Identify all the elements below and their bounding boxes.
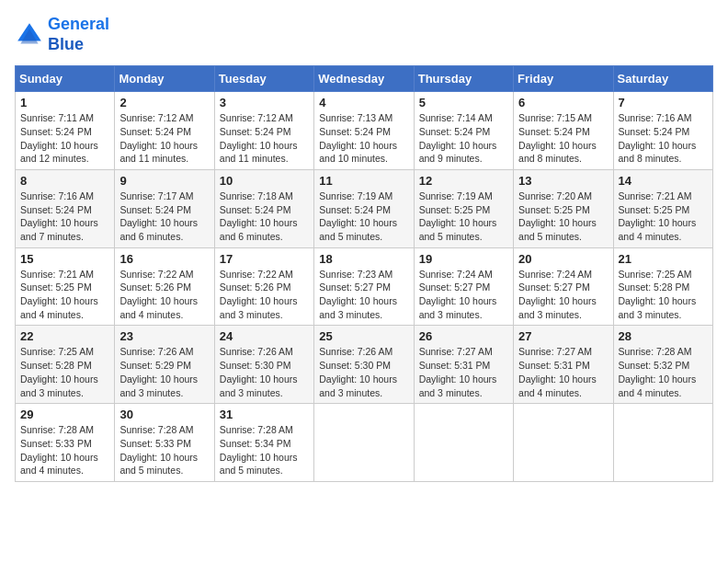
calendar-cell: 18 Sunrise: 7:23 AMSunset: 5:27 PMDaylig…: [314, 247, 414, 326]
logo-icon: [15, 20, 44, 50]
calendar-cell: 5 Sunrise: 7:14 AMSunset: 5:24 PMDayligh…: [414, 92, 513, 170]
day-number: 26: [419, 329, 508, 343]
calendar-cell: 25 Sunrise: 7:26 AMSunset: 5:30 PMDaylig…: [314, 326, 414, 404]
calendar-cell: 13 Sunrise: 7:20 AMSunset: 5:25 PMDaylig…: [514, 169, 613, 247]
day-detail: Sunrise: 7:27 AMSunset: 5:31 PMDaylight:…: [419, 345, 508, 399]
day-detail: Sunrise: 7:20 AMSunset: 5:25 PMDaylight:…: [518, 190, 608, 244]
day-detail: Sunrise: 7:21 AMSunset: 5:25 PMDaylight:…: [619, 190, 708, 244]
day-number: 1: [20, 96, 109, 109]
day-detail: Sunrise: 7:26 AMSunset: 5:30 PMDaylight:…: [220, 345, 309, 399]
calendar-cell: 20 Sunrise: 7:24 AMSunset: 5:27 PMDaylig…: [514, 247, 613, 326]
day-detail: Sunrise: 7:22 AMSunset: 5:26 PMDaylight:…: [220, 268, 309, 322]
day-detail: Sunrise: 7:22 AMSunset: 5:26 PMDaylight:…: [119, 268, 209, 322]
calendar-cell: 31 Sunrise: 7:28 AMSunset: 5:34 PMDaylig…: [214, 404, 313, 482]
calendar-cell: [414, 404, 513, 482]
day-detail: Sunrise: 7:26 AMSunset: 5:29 PMDaylight:…: [119, 345, 209, 399]
day-number: 3: [220, 96, 309, 109]
day-number: 18: [319, 252, 408, 266]
day-detail: Sunrise: 7:12 AMSunset: 5:24 PMDaylight:…: [119, 111, 209, 166]
day-number: 11: [319, 174, 408, 188]
logo: General Blue: [15, 15, 109, 54]
calendar-table: SundayMondayTuesdayWednesdayThursdayFrid…: [15, 65, 713, 482]
day-detail: Sunrise: 7:24 AMSunset: 5:27 PMDaylight:…: [419, 268, 508, 322]
day-number: 29: [20, 408, 109, 421]
day-detail: Sunrise: 7:14 AMSunset: 5:24 PMDaylight:…: [419, 111, 508, 166]
day-detail: Sunrise: 7:28 AMSunset: 5:32 PMDaylight:…: [619, 345, 708, 399]
calendar-cell: 28 Sunrise: 7:28 AMSunset: 5:32 PMDaylig…: [613, 326, 712, 404]
calendar-cell: 19 Sunrise: 7:24 AMSunset: 5:27 PMDaylig…: [414, 247, 513, 326]
day-number: 31: [220, 408, 309, 421]
day-number: 14: [619, 174, 708, 188]
day-detail: Sunrise: 7:28 AMSunset: 5:33 PMDaylight:…: [20, 423, 109, 477]
calendar-cell: [514, 404, 613, 482]
calendar-cell: 3 Sunrise: 7:12 AMSunset: 5:24 PMDayligh…: [214, 92, 313, 170]
day-detail: Sunrise: 7:18 AMSunset: 5:24 PMDaylight:…: [220, 190, 309, 244]
day-detail: Sunrise: 7:19 AMSunset: 5:25 PMDaylight:…: [419, 190, 508, 244]
week-row-5: 29 Sunrise: 7:28 AMSunset: 5:33 PMDaylig…: [16, 404, 713, 482]
calendar-cell: 29 Sunrise: 7:28 AMSunset: 5:33 PMDaylig…: [16, 404, 115, 482]
day-detail: Sunrise: 7:19 AMSunset: 5:24 PMDaylight:…: [319, 190, 408, 244]
calendar-cell: 16 Sunrise: 7:22 AMSunset: 5:26 PMDaylig…: [115, 247, 214, 326]
calendar-cell: 2 Sunrise: 7:12 AMSunset: 5:24 PMDayligh…: [115, 92, 214, 170]
day-detail: Sunrise: 7:12 AMSunset: 5:24 PMDaylight:…: [220, 111, 309, 166]
weekday-header-thursday: Thursday: [414, 66, 513, 92]
calendar-cell: 26 Sunrise: 7:27 AMSunset: 5:31 PMDaylig…: [414, 326, 513, 404]
day-detail: Sunrise: 7:16 AMSunset: 5:24 PMDaylight:…: [619, 111, 708, 166]
weekday-header-wednesday: Wednesday: [314, 66, 414, 92]
day-detail: Sunrise: 7:15 AMSunset: 5:24 PMDaylight:…: [518, 111, 608, 166]
weekday-header-friday: Friday: [514, 66, 613, 92]
calendar-cell: [613, 404, 712, 482]
logo-text: General Blue: [48, 15, 109, 54]
day-number: 27: [518, 329, 608, 343]
day-detail: Sunrise: 7:16 AMSunset: 5:24 PMDaylight:…: [20, 190, 109, 244]
day-number: 19: [419, 252, 508, 266]
day-detail: Sunrise: 7:25 AMSunset: 5:28 PMDaylight:…: [20, 345, 109, 399]
week-row-1: 1 Sunrise: 7:11 AMSunset: 5:24 PMDayligh…: [16, 92, 713, 170]
weekday-header-monday: Monday: [115, 66, 214, 92]
day-number: 16: [119, 252, 209, 266]
day-detail: Sunrise: 7:17 AMSunset: 5:24 PMDaylight:…: [119, 190, 209, 244]
calendar-cell: 14 Sunrise: 7:21 AMSunset: 5:25 PMDaylig…: [613, 169, 712, 247]
calendar-cell: 1 Sunrise: 7:11 AMSunset: 5:24 PMDayligh…: [16, 92, 115, 170]
week-row-2: 8 Sunrise: 7:16 AMSunset: 5:24 PMDayligh…: [16, 169, 713, 247]
day-number: 7: [619, 96, 708, 109]
day-number: 28: [619, 329, 708, 343]
day-detail: Sunrise: 7:27 AMSunset: 5:31 PMDaylight:…: [518, 345, 608, 399]
day-number: 21: [619, 252, 708, 266]
day-detail: Sunrise: 7:28 AMSunset: 5:34 PMDaylight:…: [220, 423, 309, 477]
day-detail: Sunrise: 7:25 AMSunset: 5:28 PMDaylight:…: [619, 268, 708, 322]
day-number: 12: [419, 174, 508, 188]
day-number: 4: [319, 96, 408, 109]
day-number: 15: [20, 252, 109, 266]
calendar-cell: 8 Sunrise: 7:16 AMSunset: 5:24 PMDayligh…: [16, 169, 115, 247]
calendar-cell: 30 Sunrise: 7:28 AMSunset: 5:33 PMDaylig…: [115, 404, 214, 482]
day-detail: Sunrise: 7:26 AMSunset: 5:30 PMDaylight:…: [319, 345, 408, 399]
day-detail: Sunrise: 7:11 AMSunset: 5:24 PMDaylight:…: [20, 111, 109, 166]
calendar-cell: 27 Sunrise: 7:27 AMSunset: 5:31 PMDaylig…: [514, 326, 613, 404]
day-number: 17: [220, 252, 309, 266]
day-number: 23: [119, 329, 209, 343]
calendar-cell: 9 Sunrise: 7:17 AMSunset: 5:24 PMDayligh…: [115, 169, 214, 247]
day-number: 25: [319, 329, 408, 343]
day-number: 22: [20, 329, 109, 343]
day-detail: Sunrise: 7:24 AMSunset: 5:27 PMDaylight:…: [518, 268, 608, 322]
weekday-header-saturday: Saturday: [613, 66, 712, 92]
calendar-cell: 24 Sunrise: 7:26 AMSunset: 5:30 PMDaylig…: [214, 326, 313, 404]
day-number: 24: [220, 329, 309, 343]
calendar-cell: 7 Sunrise: 7:16 AMSunset: 5:24 PMDayligh…: [613, 92, 712, 170]
calendar-cell: 12 Sunrise: 7:19 AMSunset: 5:25 PMDaylig…: [414, 169, 513, 247]
calendar-cell: 23 Sunrise: 7:26 AMSunset: 5:29 PMDaylig…: [115, 326, 214, 404]
weekday-header-tuesday: Tuesday: [214, 66, 313, 92]
day-number: 9: [119, 174, 209, 188]
calendar-cell: 22 Sunrise: 7:25 AMSunset: 5:28 PMDaylig…: [16, 326, 115, 404]
day-detail: Sunrise: 7:21 AMSunset: 5:25 PMDaylight:…: [20, 268, 109, 322]
calendar-cell: 11 Sunrise: 7:19 AMSunset: 5:24 PMDaylig…: [314, 169, 414, 247]
day-number: 6: [518, 96, 608, 109]
day-number: 13: [518, 174, 608, 188]
page-header: General Blue: [15, 15, 713, 54]
day-number: 10: [220, 174, 309, 188]
day-number: 8: [20, 174, 109, 188]
weekday-header-row: SundayMondayTuesdayWednesdayThursdayFrid…: [16, 66, 713, 92]
day-number: 5: [419, 96, 508, 109]
calendar-cell: 21 Sunrise: 7:25 AMSunset: 5:28 PMDaylig…: [613, 247, 712, 326]
